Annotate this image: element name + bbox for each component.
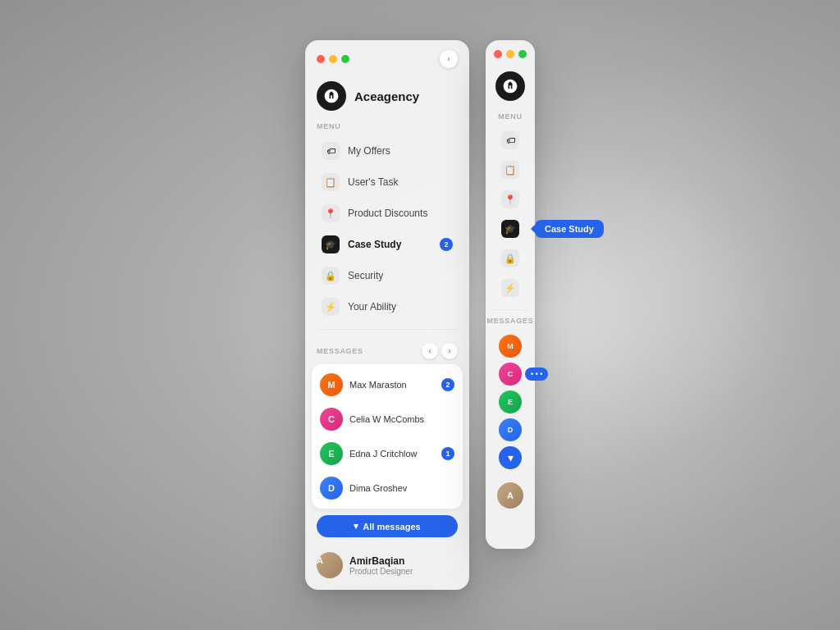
collapsed-security-icon: 🔒 (501, 249, 519, 267)
collapsed-nav-security[interactable]: 🔒 (492, 244, 528, 273)
collapsed-panel: MENU 🏷 📋 📍 🎓 Case Study 🔒 ⚡ (486, 40, 535, 549)
nav-item-my-offers[interactable]: 🏷 My Offers (310, 135, 464, 167)
collapsed-avatar-dima[interactable]: D (499, 418, 522, 441)
nav-menu: 🏷 My Offers 📋 User's Task 📍 Product Disc… (305, 135, 469, 322)
nav-label-your-ability: Your Ability (348, 301, 396, 313)
collapsed-avatar-celia[interactable]: C (499, 363, 522, 386)
profile-name: AmirBaqian (349, 555, 413, 567)
collapsed-profile-avatar: A (497, 482, 523, 509)
nav-item-product-discounts[interactable]: 📍 Product Discounts (310, 198, 464, 229)
collapsed-task-icon: 📋 (501, 161, 519, 179)
collapsed-all-messages-button[interactable]: ▾ (499, 446, 522, 469)
collapsed-all-messages-icon: ▾ (508, 451, 514, 464)
msg-badge-max: 2 (441, 378, 454, 391)
msg-name-celia: Celia W McCombs (349, 414, 454, 424)
panel-header-expanded: ‹ (305, 40, 469, 75)
message-item-celia[interactable]: C Celia W McCombs (312, 402, 463, 436)
messages-nav-group: ‹ › (422, 343, 458, 359)
collapsed-avatar-edna[interactable]: E (499, 390, 522, 413)
brand-row-collapsed (486, 65, 535, 112)
window-controls-expanded (317, 55, 349, 63)
brand-icon (323, 88, 340, 104)
nav-label-users-task: User's Task (348, 176, 398, 188)
collapsed-ability-icon: ⚡ (501, 279, 519, 297)
ability-icon: ⚡ (322, 298, 340, 316)
collapsed-nav-my-offers[interactable]: 🏷 (492, 126, 528, 155)
collapsed-nav-menu: 🏷 📋 📍 🎓 Case Study 🔒 ⚡ (486, 126, 535, 303)
panel-header-collapsed (486, 40, 535, 65)
brand-name: Aceagency (354, 89, 419, 103)
nav-item-security[interactable]: 🔒 Security (310, 260, 464, 291)
nav-label-case-study: Case Study (348, 239, 401, 250)
messages-dots-badge: • • • (525, 368, 548, 381)
tooltip-label: Case Study (545, 224, 594, 234)
nav-item-your-ability[interactable]: ⚡ Your Ability (310, 291, 464, 322)
messages-section-label-collapsed: MESSAGES (486, 317, 535, 330)
brand-row: Aceagency (305, 75, 469, 122)
brand-logo-collapsed (495, 71, 525, 101)
nav-label-security: Security (348, 270, 383, 281)
security-icon: 🔒 (322, 267, 340, 285)
messages-header: MESSAGES ‹ › (305, 336, 469, 364)
msg-name-dima: Dima Groshev (349, 483, 454, 493)
avatar-edna: E (320, 442, 343, 465)
collapsed-profile[interactable]: A (486, 474, 535, 520)
close-window-button[interactable] (317, 55, 325, 63)
all-messages-label: All messages (363, 522, 420, 532)
panels-container: ‹ Aceagency MENU 🏷 My Offers 📋 User's Ta… (305, 40, 535, 590)
collapsed-case-study-icon: 🎓 (501, 220, 519, 238)
collapsed-avatar-max[interactable]: M (499, 335, 522, 358)
menu-section-label: MENU (305, 122, 469, 135)
nav-label-my-offers: My Offers (348, 145, 390, 157)
profile-avatar: A (317, 552, 343, 578)
expanded-panel: ‹ Aceagency MENU 🏷 My Offers 📋 User's Ta… (305, 40, 469, 590)
avatar-dima: D (320, 477, 343, 500)
collapsed-avatar-celia-container: C • • • (499, 363, 522, 386)
case-study-tooltip: Case Study (535, 220, 604, 238)
all-messages-button[interactable]: ▾ All messages (317, 515, 458, 537)
messages-prev-button[interactable]: ‹ (422, 343, 438, 359)
avatar-celia: C (320, 408, 343, 431)
close-window-button-c[interactable] (494, 50, 502, 58)
minimize-window-button-c[interactable] (506, 50, 514, 58)
msg-badge-edna: 1 (441, 447, 454, 460)
collapsed-divider (492, 309, 528, 310)
msg-name-edna: Edna J Critchlow (349, 449, 435, 459)
nav-item-users-task[interactable]: 📋 User's Task (310, 167, 464, 198)
case-study-badge: 2 (440, 238, 453, 251)
divider (317, 329, 458, 330)
avatar-max: M (320, 373, 343, 396)
maximize-window-button[interactable] (341, 55, 349, 63)
collapsed-discounts-icon: 📍 (501, 190, 519, 208)
window-controls-collapsed (494, 50, 527, 58)
nav-item-case-study[interactable]: 🎓 Case Study 2 (310, 229, 464, 260)
discounts-icon: 📍 (322, 204, 340, 222)
offers-icon: 🏷 (322, 142, 340, 160)
messages-list: M Max Maraston 2 C Celia W McCombs E Edn… (312, 364, 463, 509)
maximize-window-button-c[interactable] (518, 50, 527, 58)
minimize-window-button[interactable] (329, 55, 337, 63)
collapsed-nav-users-task[interactable]: 📋 (492, 155, 528, 185)
menu-section-label-collapsed: MENU (486, 112, 535, 126)
task-icon: 📋 (322, 173, 340, 191)
collapsed-nav-product-discounts[interactable]: 📍 (492, 185, 528, 214)
case-study-icon: 🎓 (322, 235, 340, 253)
collapsed-nav-your-ability[interactable]: ⚡ (492, 273, 528, 303)
collapse-panel-button[interactable]: ‹ (440, 50, 458, 68)
msg-name-max: Max Maraston (349, 380, 435, 390)
brand-logo (317, 81, 346, 111)
nav-label-product-discounts: Product Discounts (348, 208, 427, 219)
profile-row[interactable]: A AmirBaqian Product Designer (305, 544, 469, 590)
collapsed-offers-icon: 🏷 (501, 131, 519, 149)
collapsed-messages: M C • • • E D ▾ (486, 330, 535, 474)
message-item-edna[interactable]: E Edna J Critchlow 1 (312, 436, 463, 471)
all-messages-icon: ▾ (354, 521, 358, 532)
brand-icon-collapsed (502, 78, 518, 94)
message-item-dima[interactable]: D Dima Groshev (312, 471, 463, 505)
profile-role: Product Designer (349, 567, 413, 576)
message-item-max[interactable]: M Max Maraston 2 (312, 368, 463, 402)
messages-next-button[interactable]: › (441, 343, 458, 359)
profile-info: AmirBaqian Product Designer (349, 555, 413, 576)
messages-section-label: MESSAGES (317, 347, 363, 355)
collapsed-nav-case-study[interactable]: 🎓 Case Study (492, 214, 528, 244)
